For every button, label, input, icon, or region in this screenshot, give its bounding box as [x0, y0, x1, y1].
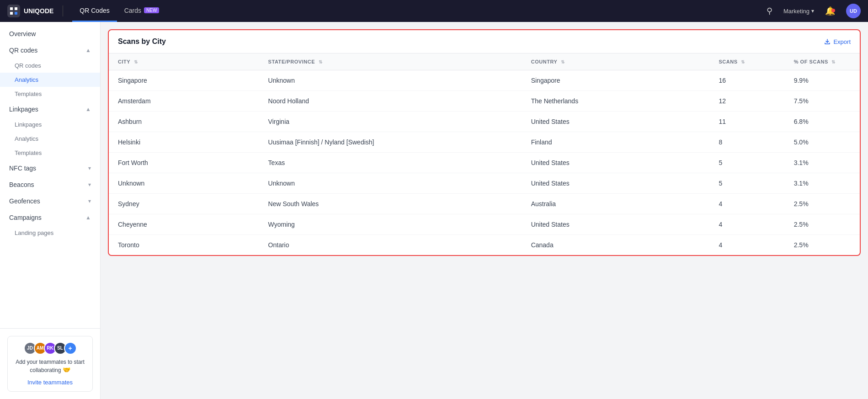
table-row: Helsinki Uusimaa [Finnish] / Nyland [Swe… — [109, 132, 860, 153]
sidebar-section-qrcodes[interactable]: QR codes ▲ — [0, 42, 100, 59]
cell-state: Noord Holland — [259, 91, 522, 112]
sidebar: Overview QR codes ▲ QR codes Analytics T… — [0, 22, 101, 399]
nav-tab-qrcodes[interactable]: QR Codes — [72, 0, 117, 22]
cell-state: Unknown — [259, 173, 522, 194]
sort-icon-scans: ⇅ — [741, 59, 745, 64]
table-row: Cheyenne Wyoming United States 4 2.5% — [109, 214, 860, 235]
chevron-down-icon-beacons: ▾ — [88, 181, 91, 188]
cell-scans: 5 — [709, 153, 784, 173]
logo[interactable]: UNIQODE — [7, 5, 53, 17]
col-header-city[interactable]: CITY ⇅ — [109, 53, 259, 70]
table-row: Unknown Unknown United States 5 3.1% — [109, 173, 860, 194]
sort-icon-state: ⇅ — [319, 59, 323, 64]
cell-state: Wyoming — [259, 214, 522, 235]
table-row: Fort Worth Texas United States 5 3.1% — [109, 153, 860, 173]
cell-scans: 4 — [709, 194, 784, 214]
cell-state: Texas — [259, 153, 522, 173]
sidebar-item-analytics-qr[interactable]: Analytics — [0, 73, 100, 87]
svg-rect-0 — [7, 5, 20, 17]
scans-table: CITY ⇅ STATE/PROVINCE ⇅ COUNTRY ⇅ SCAN — [109, 53, 860, 255]
nav-tab-cards[interactable]: Cards NEW — [117, 0, 167, 22]
cell-pct: 9.9% — [785, 70, 860, 91]
sidebar-item-linkpages-sub[interactable]: Linkpages — [0, 117, 100, 132]
cell-state: Unknown — [259, 70, 522, 91]
avatar[interactable]: UD — [846, 4, 861, 18]
table-title: Scans by City — [118, 37, 166, 46]
cell-scans: 11 — [709, 112, 784, 132]
cell-country: United States — [522, 112, 710, 132]
table-header-row: CITY ⇅ STATE/PROVINCE ⇅ COUNTRY ⇅ SCAN — [109, 53, 860, 70]
cell-scans: 4 — [709, 214, 784, 235]
cell-pct: 3.1% — [785, 173, 860, 194]
cell-pct: 5.0% — [785, 132, 860, 153]
cell-pct: 3.1% — [785, 153, 860, 173]
cell-city: Singapore — [109, 70, 259, 91]
sort-icon-country: ⇅ — [561, 59, 565, 64]
search-icon[interactable]: ⚲ — [763, 6, 776, 16]
cell-country: Canada — [522, 235, 710, 255]
cell-scans: 4 — [709, 235, 784, 255]
sidebar-item-overview[interactable]: Overview — [0, 26, 100, 42]
sidebar-section-beacons[interactable]: Beacons ▾ — [0, 176, 100, 193]
table-row: Sydney New South Wales Australia 4 2.5% — [109, 194, 860, 214]
svg-rect-1 — [15, 12, 17, 15]
export-button[interactable]: Export — [824, 38, 851, 45]
sidebar-item-qrcodes-sub[interactable]: QR codes — [0, 59, 100, 73]
sidebar-section-geofences[interactable]: Geofences ▾ — [0, 193, 100, 209]
cell-country: United States — [522, 214, 710, 235]
chevron-up-icon-lp: ▲ — [85, 106, 91, 112]
cell-country: Finland — [522, 132, 710, 153]
cell-pct: 2.5% — [785, 214, 860, 235]
sort-icon-city: ⇅ — [134, 59, 138, 64]
logo-text: UNIQODE — [24, 7, 53, 15]
cell-city: Unknown — [109, 173, 259, 194]
sidebar-item-templates-qr[interactable]: Templates — [0, 87, 100, 101]
cell-state: Uusimaa [Finnish] / Nyland [Swedish] — [259, 132, 522, 153]
cell-pct: 2.5% — [785, 194, 860, 214]
cell-city: Ashburn — [109, 112, 259, 132]
cell-scans: 5 — [709, 173, 784, 194]
sidebar-bottom: JD AM RK SL + Add your teammates to star… — [0, 328, 100, 399]
sidebar-item-landing-pages[interactable]: Landing pages — [0, 226, 100, 240]
workspace-selector[interactable]: Marketing ▾ — [783, 8, 814, 15]
teammate-invite-text: Add your teammates to start collaboratin… — [13, 358, 87, 375]
scans-by-city-card: Scans by City Export CITY ⇅ — [108, 29, 861, 256]
col-header-pct[interactable]: % OF SCANS ⇅ — [785, 53, 860, 70]
cell-state: New South Wales — [259, 194, 522, 214]
add-teammate-icon[interactable]: + — [64, 342, 77, 355]
sidebar-section-linkpages[interactable]: Linkpages ▲ — [0, 101, 100, 117]
sort-icon-pct: ⇅ — [831, 59, 836, 64]
cell-city: Cheyenne — [109, 214, 259, 235]
cell-country: Australia — [522, 194, 710, 214]
cell-city: Sydney — [109, 194, 259, 214]
col-header-state[interactable]: STATE/PROVINCE ⇅ — [259, 53, 522, 70]
notification-bell-icon[interactable]: 🔔 — [821, 6, 839, 16]
cell-state: Ontario — [259, 235, 522, 255]
invite-teammates-button[interactable]: Invite teammates — [27, 379, 73, 386]
table-body: Singapore Unknown Singapore 16 9.9% Amst… — [109, 70, 860, 255]
nav-divider — [63, 5, 63, 16]
nav-tabs: QR Codes Cards NEW — [72, 0, 166, 22]
table-row: Ashburn Virginia United States 11 6.8% — [109, 112, 860, 132]
table-head: CITY ⇅ STATE/PROVINCE ⇅ COUNTRY ⇅ SCAN — [109, 53, 860, 70]
teammate-card: JD AM RK SL + Add your teammates to star… — [7, 336, 93, 392]
layout: Overview QR codes ▲ QR codes Analytics T… — [0, 22, 868, 399]
chevron-down-icon-geo: ▾ — [88, 198, 91, 204]
cards-badge: NEW — [144, 7, 159, 13]
sidebar-section-campaigns[interactable]: Campaigns ▲ — [0, 209, 100, 226]
sidebar-item-analytics-lp[interactable]: Analytics — [0, 132, 100, 146]
emoji-icon: 🤝 — [63, 366, 70, 373]
sidebar-nav: Overview QR codes ▲ QR codes Analytics T… — [0, 22, 100, 328]
cell-country: The Netherlands — [522, 91, 710, 112]
col-header-scans[interactable]: SCANS ⇅ — [709, 53, 784, 70]
cell-state: Virginia — [259, 112, 522, 132]
notification-dot — [831, 9, 835, 12]
teammate-avatars: JD AM RK SL + — [13, 342, 87, 355]
chevron-up-icon-camp: ▲ — [85, 214, 91, 221]
col-header-country[interactable]: COUNTRY ⇅ — [522, 53, 710, 70]
cell-country: Singapore — [522, 70, 710, 91]
sidebar-section-nfctags[interactable]: NFC tags ▾ — [0, 160, 100, 176]
sidebar-item-templates-lp[interactable]: Templates — [0, 146, 100, 160]
table-row: Toronto Ontario Canada 4 2.5% — [109, 235, 860, 255]
cell-country: United States — [522, 173, 710, 194]
